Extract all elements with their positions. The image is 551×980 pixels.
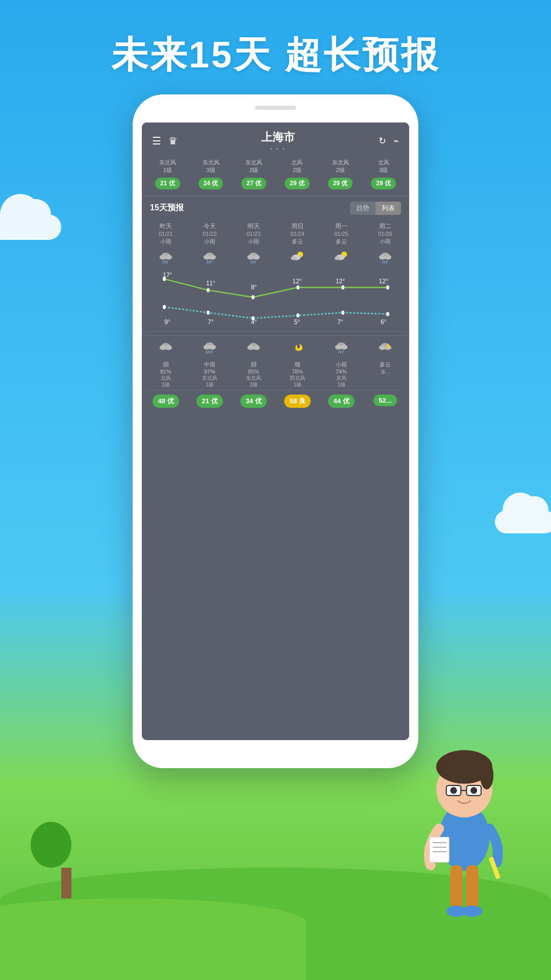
night-pct-2: 85% [232,369,276,375]
fc-date-2: 01/23 [232,231,276,237]
svg-point-3 [480,762,493,790]
wicon-3 [276,250,319,268]
svg-point-13 [462,905,483,917]
low-4: 7° [319,318,362,326]
svg-line-34 [253,260,254,263]
svg-line-78 [342,350,343,353]
svg-point-43 [379,255,386,259]
aqi-badge-5: 29 优 [371,178,396,189]
night-col-2: 阴 85% 东北风2级 [232,340,276,388]
svg-line-76 [338,350,339,353]
tree-decoration [31,822,71,898]
svg-point-80 [379,345,386,350]
baqi-col-0: 48 优 [144,395,188,408]
baqi-badge-3: 58 良 [284,395,310,408]
svg-line-67 [208,350,209,353]
fc-day-4: 周一 [319,222,363,231]
night-cond-5: 多云 [363,361,407,369]
hill-fg [0,898,306,980]
low-5: 6° [362,318,405,326]
svg-point-54 [163,305,166,309]
svg-rect-10 [450,865,463,910]
svg-point-53 [386,285,389,289]
svg-line-66 [206,350,207,353]
forecast-header: 昨天 01/21 小雨 今天 01/22 小雨 明天 01/23 小雨 周日 0… [142,219,409,248]
night-icon-5 [363,340,407,359]
svg-line-21 [163,260,164,263]
fc-date-5: 01/26 [363,231,407,237]
aqi-badge-1: 24 优 [198,178,223,189]
aqi-col-0: 东北风1级 21 优 [147,159,188,189]
wicon-4 [319,250,363,268]
svg-point-64 [204,345,210,349]
aqi-badge-2: 27 优 [241,178,266,189]
night-icons-row: 阴 81% 北风1级 [142,335,409,390]
baqi-col-3: 58 良 [276,395,319,408]
trend-btn[interactable]: 趋势 [350,202,375,215]
cloud-left [0,214,61,240]
low-3: 5° [276,318,319,326]
aqi-col-5: 北风3级 29 优 [363,159,404,189]
header-left: ☰ ♛ [152,135,178,147]
svg-point-57 [296,313,299,317]
fc-col-3: 周日 01/24 多云 [276,222,319,246]
fc-cond-5: 小雨 [363,238,407,246]
wind-2: 东北风2级 [233,159,274,175]
fc-cond-2: 小雨 [232,238,276,246]
night-pct-1: 97% [188,369,232,375]
baqi-badge-0: 48 优 [153,395,179,408]
svg-point-48 [163,277,166,281]
svg-point-41 [335,256,340,260]
app-header: ☰ ♛ 上海市 • • • ↻ ⌁ [142,122,409,156]
svg-point-52 [341,285,344,289]
svg-point-50 [252,295,255,299]
night-cond-2: 阴 [232,361,276,369]
svg-line-27 [207,260,208,263]
refresh-icon[interactable]: ↻ [379,135,386,146]
aqi-col-3: 北风2级 29 优 [277,159,318,189]
fc-cond-3: 多云 [276,238,319,246]
svg-line-45 [382,260,383,263]
aqi-badge-3: 29 优 [285,178,310,189]
svg-point-7 [470,787,477,794]
fc-cond-0: 小雨 [144,238,188,246]
fc-day-3: 周日 [276,222,319,231]
svg-line-46 [384,260,385,263]
wicon-5 [363,250,407,268]
share-icon[interactable]: ⌁ [393,135,399,146]
svg-point-44 [385,255,391,259]
baqi-col-4: 44 优 [319,395,363,408]
temp-chart-area: 17° 11° 8° 12° 12° 12° [142,271,409,327]
divider-2 [146,331,405,331]
fc-date-3: 01/24 [276,231,319,237]
section-title: 15天预报 [150,203,184,213]
fc-date-4: 01/25 [319,231,363,237]
night-col-1: 中雨 97% 东北风1级 [188,340,232,388]
wind-5: 北风3级 [363,159,404,175]
svg-point-62 [165,345,172,350]
fc-col-0: 昨天 01/21 小雨 [144,222,188,246]
night-col-0: 阴 81% 北风1级 [144,340,188,388]
svg-point-72 [253,345,260,350]
night-wind-1: 东北风1级 [188,375,232,388]
crown-icon[interactable]: ♛ [168,135,178,147]
night-icon-4 [319,340,363,359]
night-col-5: 多云 东... [363,340,407,388]
phone-speaker [255,106,296,110]
city-name: 上海市 [261,130,295,145]
list-btn[interactable]: 列表 [375,202,401,215]
svg-line-29 [211,260,212,263]
night-wind-0: 北风1级 [144,375,188,388]
svg-line-77 [340,350,341,353]
svg-rect-14 [430,837,449,863]
wind-4: 东北风2级 [320,159,361,175]
night-cond-3: 晴 [276,361,319,369]
menu-icon[interactable]: ☰ [152,135,161,147]
night-cond-0: 阴 [144,361,188,369]
fc-day-1: 今天 [188,222,232,231]
fc-cond-1: 小雨 [188,238,232,246]
svg-line-35 [255,260,256,263]
wicon-0 [144,250,188,268]
wicon-1 [188,250,232,268]
svg-line-23 [167,260,168,263]
